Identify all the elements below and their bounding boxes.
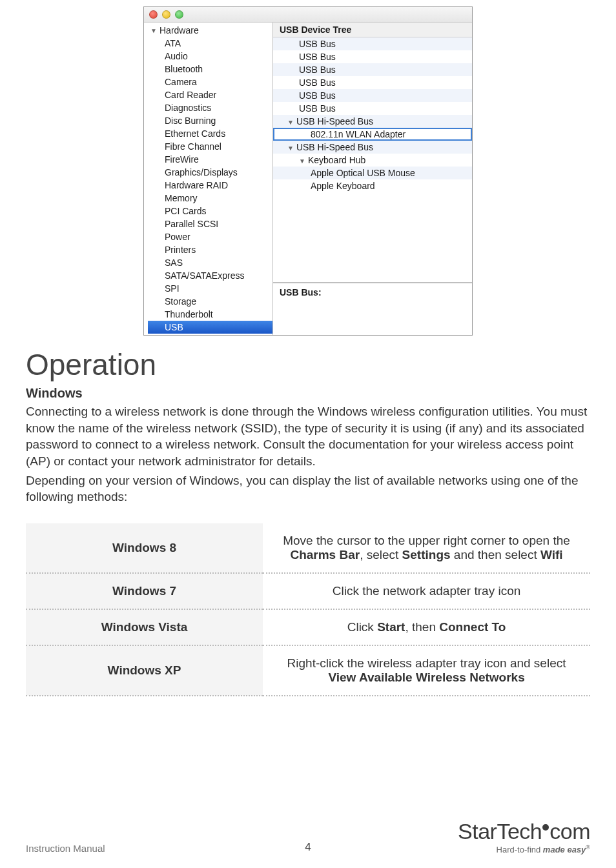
tree-row-label: Apple Keyboard (311, 181, 375, 191)
window-titlebar (144, 7, 472, 23)
chevron-down-icon: ▼ (299, 157, 305, 165)
table-row: Windows VistaClick Start, then Connect T… (26, 609, 590, 645)
sidebar-item[interactable]: Camera (148, 76, 272, 88)
sidebar-item[interactable]: USB (148, 321, 272, 334)
tree-row[interactable]: USB Bus (273, 76, 472, 89)
tree-row[interactable]: 802.11n WLAN Adapter (273, 128, 472, 141)
brand-tagline: Hard-to-find made easy® (458, 845, 590, 854)
minimize-icon[interactable] (162, 10, 170, 19)
tree-row[interactable]: USB Bus (273, 63, 472, 76)
sidebar-item[interactable]: ATA (148, 37, 272, 50)
tree-row[interactable]: Apple Keyboard (273, 179, 472, 192)
brand-text: Star (458, 820, 497, 842)
os-name-cell: Windows Vista (26, 609, 263, 645)
sidebar-item[interactable]: Hardware RAID (148, 179, 272, 192)
os-instructions-table: Windows 8Move the cursor to the upper ri… (26, 523, 590, 696)
detail-label: USB Bus: (273, 283, 472, 301)
system-info-screenshot: ▼ Hardware ATAAudioBluetoothCameraCard R… (26, 0, 590, 336)
sidebar-item[interactable]: Printers (148, 243, 272, 256)
sidebar-item[interactable]: Diagnostics (148, 101, 272, 114)
footer-left: Instruction Manual (26, 843, 105, 854)
chevron-down-icon: ▼ (150, 27, 157, 34)
body-paragraph: Connecting to a wireless network is done… (26, 403, 590, 470)
sidebar-item[interactable]: Memory (148, 192, 272, 205)
body-paragraph: Depending on your version of Windows, yo… (26, 472, 590, 505)
chevron-down-icon: ▼ (287, 145, 294, 152)
tree-row[interactable]: USB Bus (273, 89, 472, 102)
os-instruction-cell: Click the network adapter tray icon (263, 573, 590, 609)
chevron-down-icon: ▼ (287, 119, 294, 126)
sidebar-item[interactable]: Audio (148, 50, 272, 63)
tree-row[interactable]: ▼USB Hi-Speed Bus (273, 115, 472, 128)
sidebar-item[interactable]: Graphics/Displays (148, 166, 272, 179)
tree-row-label: USB Bus (299, 39, 336, 49)
tree-row-label: USB Bus (299, 90, 336, 101)
tree-row-label: 802.11n WLAN Adapter (311, 129, 406, 139)
tree-row-label: USB Bus (299, 65, 336, 75)
brand-text: com (549, 820, 590, 842)
sidebar-item[interactable]: FireWire (148, 153, 272, 166)
dot-icon (542, 824, 549, 831)
sidebar-item[interactable]: SAS (148, 256, 272, 269)
brand-logo: StarTechcom Hard-to-find made easy® (458, 820, 590, 854)
subsection-heading: Windows (26, 386, 590, 401)
tree-row-label: Apple Optical USB Mouse (311, 168, 415, 178)
os-name-cell: Windows XP (26, 645, 263, 696)
tree-row-label: Keyboard Hub (308, 155, 366, 165)
os-name-cell: Windows 7 (26, 573, 263, 609)
tree-row-label: USB Bus (299, 52, 336, 62)
sidebar-item[interactable]: Card Reader (148, 88, 272, 101)
tree-row[interactable]: USB Bus (273, 102, 472, 115)
sidebar-item[interactable]: Fibre Channel (148, 140, 272, 153)
sidebar-item[interactable]: Storage (148, 295, 272, 308)
sidebar: ▼ Hardware ATAAudioBluetoothCameraCard R… (144, 23, 273, 335)
os-instruction-cell: Click Start, then Connect To (263, 609, 590, 645)
tree-row-label: USB Hi-Speed Bus (296, 116, 373, 126)
table-row: Windows 7Click the network adapter tray … (26, 573, 590, 609)
sidebar-item[interactable]: Disc Burning (148, 114, 272, 127)
tree-row-label: USB Bus (299, 103, 336, 114)
os-name-cell: Windows 8 (26, 523, 263, 573)
close-icon[interactable] (149, 10, 158, 19)
tree-row[interactable]: ▼Keyboard Hub (273, 154, 472, 167)
sidebar-item[interactable]: Thunderbolt (148, 308, 272, 321)
tree-row-label: USB Hi-Speed Bus (296, 142, 373, 152)
table-row: Windows 8Move the cursor to the upper ri… (26, 523, 590, 573)
sidebar-item[interactable]: PCI Cards (148, 205, 272, 217)
sidebar-item[interactable]: SATA/SATAExpress (148, 269, 272, 282)
content-pane: USB Device Tree USB BusUSB BusUSB BusUSB… (273, 23, 472, 335)
sidebar-item[interactable]: SPI (148, 282, 272, 295)
page-footer: Instruction Manual 4 StarTechcom Hard-to… (26, 820, 590, 854)
tree-row-label: USB Bus (299, 77, 336, 88)
page-number: 4 (305, 841, 311, 854)
os-instruction-cell: Move the cursor to the upper right corne… (263, 523, 590, 573)
section-heading: Operation (26, 347, 590, 382)
sidebar-item[interactable]: Parallel SCSI (148, 217, 272, 230)
os-instruction-cell: Right-click the wireless adapter tray ic… (263, 645, 590, 696)
brand-text: Tech (497, 820, 542, 842)
sidebar-group-hardware[interactable]: ▼ Hardware (148, 24, 272, 37)
sidebar-item[interactable]: Bluetooth (148, 63, 272, 76)
tree-row[interactable]: ▼USB Hi-Speed Bus (273, 141, 472, 154)
mac-window: ▼ Hardware ATAAudioBluetoothCameraCard R… (143, 6, 473, 336)
sidebar-item[interactable]: Ethernet Cards (148, 127, 272, 140)
tree-row[interactable]: USB Bus (273, 50, 472, 63)
sidebar-item[interactable]: Power (148, 230, 272, 243)
sidebar-group-label: Hardware (159, 25, 199, 35)
zoom-icon[interactable] (175, 10, 183, 19)
tree-row[interactable]: USB Bus (273, 37, 472, 50)
tree-row[interactable]: Apple Optical USB Mouse (273, 167, 472, 179)
content-header: USB Device Tree (273, 23, 472, 37)
table-row: Windows XPRight-click the wireless adapt… (26, 645, 590, 696)
